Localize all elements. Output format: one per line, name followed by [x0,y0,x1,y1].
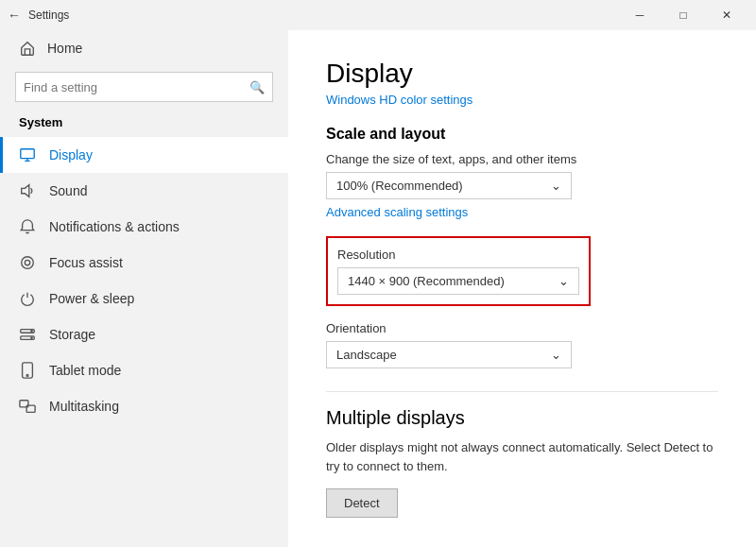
orientation-dropdown[interactable]: Landscape ⌄ [326,341,572,368]
maximize-button[interactable]: □ [662,0,705,30]
display-label: Display [49,147,93,162]
tablet-label: Tablet mode [49,363,121,378]
sidebar-item-sound[interactable]: Sound [0,173,288,209]
sidebar-item-notifications[interactable]: Notifications & actions [0,209,288,245]
page-title: Display [326,59,718,89]
scale-layout-section: Scale and layout Change the size of text… [326,126,718,219]
focus-label: Focus assist [49,255,123,270]
orientation-section: Orientation Landscape ⌄ [326,321,718,368]
sidebar: Home 🔍 System Display [0,30,288,547]
svg-rect-0 [21,149,34,159]
sidebar-section-title: System [0,111,288,137]
minimize-button[interactable]: ─ [618,0,662,30]
sidebar-item-storage[interactable]: Storage [0,316,288,352]
tablet-icon [19,362,36,379]
svg-point-3 [25,260,29,265]
sidebar-item-power[interactable]: Power & sleep [0,281,288,316]
svg-point-2 [22,257,34,269]
multitasking-icon [19,398,36,415]
orientation-value: Landscape [336,348,397,362]
app-title: Settings [28,9,618,22]
scale-chevron-icon: ⌄ [551,179,561,193]
sound-icon [19,182,36,199]
sidebar-item-tablet[interactable]: Tablet mode [0,352,288,388]
svg-point-6 [31,331,32,332]
section-divider [326,391,718,392]
scale-label: Change the size of text, apps, and other… [326,152,718,166]
windows-hd-link[interactable]: Windows HD color settings [326,93,718,107]
sidebar-item-focus[interactable]: Focus assist [0,245,288,281]
orientation-chevron-icon: ⌄ [551,348,561,362]
notifications-label: Notifications & actions [49,219,180,234]
app-body: Home 🔍 System Display [0,30,756,547]
back-button[interactable]: ← [8,8,21,23]
resolution-chevron-icon: ⌄ [558,274,569,288]
search-input[interactable] [24,80,244,94]
search-icon: 🔍 [249,80,265,94]
svg-marker-1 [22,185,29,197]
resolution-section: Resolution 1440 × 900 (Recommended) ⌄ [326,236,591,306]
resolution-label: Resolution [337,248,579,262]
sidebar-item-display[interactable]: Display [0,137,288,173]
storage-icon [19,326,36,343]
detect-button[interactable]: Detect [326,488,398,518]
content-area: Display Windows HD color settings Scale … [288,30,756,547]
multiple-displays-heading: Multiple displays [326,407,718,429]
power-label: Power & sleep [49,291,134,306]
orientation-label: Orientation [326,321,718,335]
sidebar-item-multitasking[interactable]: Multitasking [0,388,288,424]
multiple-displays-section: Multiple displays Older displays might n… [326,407,718,518]
resolution-value: 1440 × 900 (Recommended) [348,274,505,288]
display-icon [19,146,36,163]
focus-icon [19,254,36,271]
svg-point-7 [31,337,32,338]
storage-label: Storage [49,327,95,342]
power-icon [19,290,36,307]
scale-value: 100% (Recommended) [336,179,463,193]
title-bar: ← Settings ─ □ ✕ [0,0,756,30]
home-icon [19,40,36,57]
scale-dropdown[interactable]: 100% (Recommended) ⌄ [326,172,572,199]
sound-label: Sound [49,183,87,198]
window-controls: ─ □ ✕ [618,0,748,30]
svg-point-9 [26,375,28,377]
scale-heading: Scale and layout [326,126,718,143]
home-label: Home [47,41,82,56]
multiple-displays-text: Older displays might not always connect … [326,438,718,475]
notifications-icon [19,218,36,235]
close-button[interactable]: ✕ [705,0,748,30]
multitasking-label: Multitasking [49,399,119,414]
resolution-dropdown[interactable]: 1440 × 900 (Recommended) ⌄ [337,267,579,295]
search-box[interactable]: 🔍 [15,72,273,102]
advanced-scaling-link[interactable]: Advanced scaling settings [326,205,718,219]
sidebar-item-home[interactable]: Home [0,30,288,66]
